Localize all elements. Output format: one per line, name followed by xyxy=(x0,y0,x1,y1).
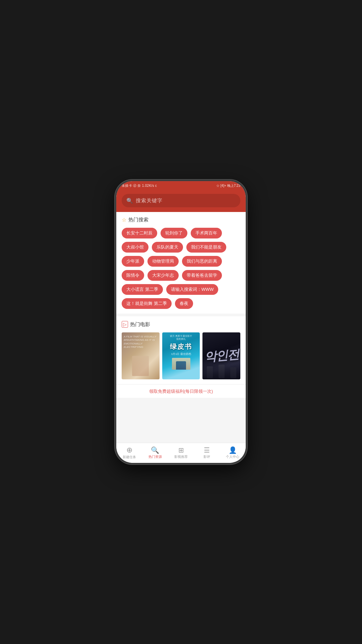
search-placeholder-text: 搜索关键字 xyxy=(136,198,163,204)
tag-item[interactable]: 我们不能是朋友 xyxy=(186,242,226,253)
tag-item[interactable]: 我们与恶的距离 xyxy=(182,256,222,267)
bottom-nav: ⊕ 新建任务 🔍 热门资源 ⊞ 影视推荐 ☰ 影评 👤 个人中心 xyxy=(116,443,246,463)
phone-screen: 未插卡 ⓓ 奈 1.02K/s c ☆ [4]+ 晚上7:23 🔍 搜索关键字 … xyxy=(116,181,246,463)
promo-banner[interactable]: 领取免费超级福利(每日限领一次) xyxy=(116,385,246,398)
status-right: ☆ [4]+ 晚上7:23 xyxy=(216,183,240,188)
new-task-icon: ⊕ xyxy=(126,446,132,454)
tag-item[interactable]: 请输入搜索词：WWW xyxy=(166,284,219,295)
tag-item[interactable]: 手术两百年 xyxy=(191,228,222,238)
movie-recommend-icon: ⊞ xyxy=(178,447,184,453)
search-icon: 🔍 xyxy=(126,198,133,204)
nav-personal-center[interactable]: 👤 个人中心 xyxy=(220,447,246,459)
status-left: 未插卡 ⓓ 奈 1.02K/s c xyxy=(122,183,157,188)
personal-center-icon: 👤 xyxy=(229,447,237,453)
star-icon: ☆ xyxy=(122,217,126,223)
personal-center-label: 个人中心 xyxy=(226,454,239,459)
movie-card-1[interactable]: A FILM THAT IS VISUALLY BREATHTAKING AS … xyxy=(122,332,160,379)
tag-item[interactable]: 乐队的夏天 xyxy=(152,242,183,253)
movie-card-2[interactable]: 彼方 奥斯卡 最佳影片颁奖典礼 绿皮书 3月1日 最佳搭档 xyxy=(162,332,200,379)
search-header: 🔍 搜索关键字 xyxy=(116,191,246,212)
hot-search-title-row: ☆ 热门搜索 xyxy=(122,217,240,223)
tag-item[interactable]: 带着爸爸去留学 xyxy=(182,270,222,281)
hot-movies-label: 热门电影 xyxy=(130,321,150,328)
tags-container: 长安十二时辰 轮到你了 手术两百年 大叔小馆 乐队的夏天 我们不能是朋友 少年派… xyxy=(122,228,240,309)
phone-shell: 未插卡 ⓓ 奈 1.02K/s c ☆ [4]+ 晚上7:23 🔍 搜索关键字 … xyxy=(116,180,246,464)
nav-movie-recommend[interactable]: ⊞ 影视推荐 xyxy=(168,447,194,459)
nav-new-task[interactable]: ⊕ 新建任务 xyxy=(116,446,142,460)
tag-item[interactable]: 长安十二时辰 xyxy=(122,228,157,238)
hot-resources-label: 热门资源 xyxy=(148,454,162,459)
nav-hot-resources[interactable]: 🔍 热门资源 xyxy=(142,447,168,459)
movie-review-icon: ☰ xyxy=(204,447,210,453)
promo-text: 领取免费超级福利(每日限领一次) xyxy=(149,389,213,394)
movie-card-3[interactable]: 악인전 xyxy=(202,332,240,379)
tag-item[interactable]: 少年派 xyxy=(122,256,144,267)
hot-movies-section: ▷ 热门电影 A FILM THAT IS VISUALLY BREATHTAK… xyxy=(116,316,246,384)
tag-item[interactable]: 大小谎言 第二季 xyxy=(122,284,163,295)
tag-item[interactable]: 这！就是街舞 第二季 xyxy=(122,298,172,309)
tag-item[interactable]: 春夜 xyxy=(175,298,193,309)
search-bar[interactable]: 🔍 搜索关键字 xyxy=(122,194,240,207)
tag-item[interactable]: 陈情令 xyxy=(122,270,144,281)
tag-item[interactable]: 大宋少年志 xyxy=(147,270,179,281)
new-task-label: 新建任务 xyxy=(123,455,136,460)
hot-resources-icon: 🔍 xyxy=(151,447,159,453)
movie-review-label: 影评 xyxy=(203,454,210,459)
hot-search-section: ☆ 热门搜索 长安十二时辰 轮到你了 手术两百年 大叔小馆 乐队的夏天 我们不能… xyxy=(116,212,246,314)
tag-item[interactable]: 大叔小馆 xyxy=(122,242,148,253)
movie-recommend-label: 影视推荐 xyxy=(174,454,188,459)
hot-movies-title-row: ▷ 热门电影 xyxy=(122,321,240,328)
hot-search-label: 热门搜索 xyxy=(128,217,148,223)
movies-grid: A FILM THAT IS VISUALLY BREATHTAKING AS … xyxy=(122,332,240,379)
nav-movie-review[interactable]: ☰ 影评 xyxy=(194,447,220,459)
main-content: ☆ 热门搜索 长安十二时辰 轮到你了 手术两百年 大叔小馆 乐队的夏天 我们不能… xyxy=(116,212,246,443)
play-icon: ▷ xyxy=(122,321,128,328)
tag-item[interactable]: 轮到你了 xyxy=(161,228,187,238)
status-bar: 未插卡 ⓓ 奈 1.02K/s c ☆ [4]+ 晚上7:23 xyxy=(116,181,246,191)
tag-item[interactable]: 动物管理局 xyxy=(147,256,179,267)
